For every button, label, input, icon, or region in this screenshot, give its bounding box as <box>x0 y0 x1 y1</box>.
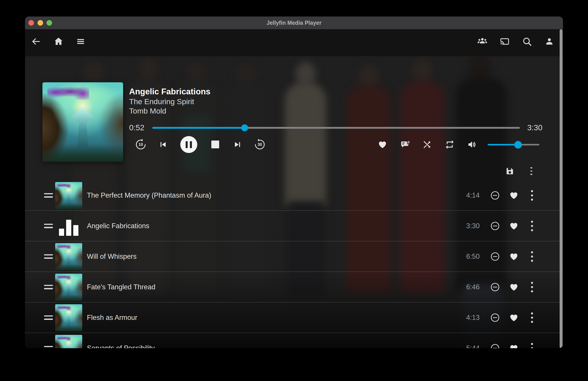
remove-from-queue-button[interactable] <box>490 312 500 323</box>
volume-slider-knob[interactable] <box>514 141 522 149</box>
favorite-button[interactable] <box>509 282 519 292</box>
rewind-10-button[interactable]: 10 <box>134 138 147 151</box>
shuffle-button[interactable] <box>422 140 432 150</box>
favorite-icon <box>509 313 519 322</box>
queue-more-button[interactable] <box>529 166 533 176</box>
back-button[interactable] <box>31 37 41 47</box>
album-thumb <box>55 274 82 301</box>
elapsed-time: 0:52 <box>129 123 144 132</box>
remove-icon <box>490 282 500 292</box>
repeat-button[interactable] <box>444 139 455 150</box>
queue-row[interactable]: Angelic Fabrications 3:30 <box>25 211 563 241</box>
shuffle-icon <box>422 140 432 150</box>
back-icon <box>31 37 41 47</box>
home-button[interactable] <box>53 37 64 47</box>
queue-row[interactable]: Will of Whispers 6:50 <box>25 241 563 272</box>
queue-track-title[interactable]: Fate's Tangled Thread <box>87 283 155 291</box>
pause-icon <box>186 141 188 148</box>
save-queue-button[interactable] <box>505 166 514 176</box>
remove-from-queue-button[interactable] <box>490 282 500 292</box>
volume-slider[interactable] <box>488 144 539 145</box>
queue-track-title[interactable]: The Perfect Memory (Phantasm of Aura) <box>87 191 211 199</box>
queue-track-duration: 4:13 <box>466 314 480 322</box>
seek-slider[interactable] <box>152 127 520 129</box>
more-icon <box>531 251 533 253</box>
search-button[interactable] <box>522 37 532 47</box>
favorite-button[interactable] <box>509 343 519 348</box>
row-more-button[interactable] <box>530 281 534 293</box>
drag-handle-icon[interactable] <box>44 345 53 348</box>
queue-row[interactable]: Fate's Tangled Thread 6:46 <box>25 272 563 303</box>
syncplay-icon <box>477 36 488 48</box>
queue-row[interactable]: Flesh as Armour 4:13 <box>25 303 563 333</box>
favorite-button[interactable] <box>378 140 387 149</box>
cast-icon <box>499 36 510 48</box>
zoom-window-button[interactable] <box>46 20 52 26</box>
volume-slider-fill <box>488 144 518 145</box>
svg-text:10: 10 <box>139 142 143 147</box>
remove-icon <box>490 221 500 231</box>
album-name[interactable]: The Enduring Spirit <box>129 97 210 106</box>
queue-track-duration: 6:50 <box>466 252 480 261</box>
minimize-window-button[interactable] <box>38 20 43 26</box>
row-more-button[interactable] <box>530 189 534 201</box>
seek-slider-knob[interactable] <box>241 124 248 131</box>
drag-handle-icon[interactable] <box>44 192 53 199</box>
volume-icon <box>467 139 477 150</box>
pause-button[interactable] <box>180 136 197 153</box>
queue-track-title[interactable]: Servants of Possibility <box>87 344 155 348</box>
volume-button[interactable] <box>467 139 477 150</box>
home-icon <box>53 36 64 48</box>
seek-slider-fill <box>152 127 245 129</box>
queue-row[interactable]: The Perfect Memory (Phantasm of Aura) 4:… <box>25 180 563 211</box>
queue-row[interactable]: Servants of Possibility 5:44 <box>25 333 563 348</box>
favorite-button[interactable] <box>509 252 519 261</box>
close-window-button[interactable] <box>28 20 34 26</box>
remove-from-queue-button[interactable] <box>490 251 500 262</box>
user-button[interactable] <box>544 37 555 47</box>
cast-button[interactable] <box>499 37 510 47</box>
top-nav <box>25 29 563 56</box>
row-more-button[interactable] <box>530 220 534 232</box>
drag-handle-icon[interactable] <box>44 314 53 321</box>
lyrics-button[interactable] <box>400 139 410 150</box>
artist-name[interactable]: Tomb Mold <box>129 106 210 115</box>
queue-track-title[interactable]: Angelic Fabrications <box>87 222 149 230</box>
menu-button[interactable] <box>76 37 85 47</box>
remove-icon <box>490 312 500 323</box>
remove-icon <box>490 343 500 348</box>
album-thumb <box>55 335 82 348</box>
svg-text:30: 30 <box>258 142 262 147</box>
favorite-icon <box>509 252 519 261</box>
stop-button[interactable] <box>211 141 219 148</box>
queue-track-duration: 4:14 <box>466 191 480 199</box>
scrollbar[interactable] <box>560 29 563 348</box>
row-more-button[interactable] <box>530 311 534 324</box>
more-icon <box>530 167 532 169</box>
favorite-button[interactable] <box>509 313 519 322</box>
remove-from-queue-button[interactable] <box>490 221 500 231</box>
drag-handle-icon[interactable] <box>44 222 53 229</box>
previous-track-button[interactable] <box>159 140 168 149</box>
now-playing-info: Angelic Fabrications The Enduring Spirit… <box>129 87 210 115</box>
queue-track-duration: 3:30 <box>466 222 480 230</box>
queue-track-title[interactable]: Flesh as Armour <box>87 314 137 322</box>
row-more-button[interactable] <box>530 250 534 263</box>
album-art <box>42 82 123 162</box>
search-icon <box>522 36 532 48</box>
remove-from-queue-button[interactable] <box>490 190 500 201</box>
drag-handle-icon[interactable] <box>44 284 53 291</box>
favorite-button[interactable] <box>509 191 519 200</box>
drag-handle-icon[interactable] <box>44 253 53 260</box>
forward-30-button[interactable]: 30 <box>253 138 266 151</box>
next-track-button[interactable] <box>233 140 242 149</box>
app-window: Jellyfin Media Player <box>25 17 563 348</box>
repeat-icon <box>444 139 455 150</box>
album-thumb <box>55 304 82 331</box>
row-more-button[interactable] <box>530 342 534 348</box>
remove-from-queue-button[interactable] <box>490 343 500 348</box>
queue-track-title[interactable]: Will of Whispers <box>87 252 136 261</box>
favorite-button[interactable] <box>509 221 519 231</box>
syncplay-button[interactable] <box>477 37 488 47</box>
track-title: Angelic Fabrications <box>129 87 210 97</box>
